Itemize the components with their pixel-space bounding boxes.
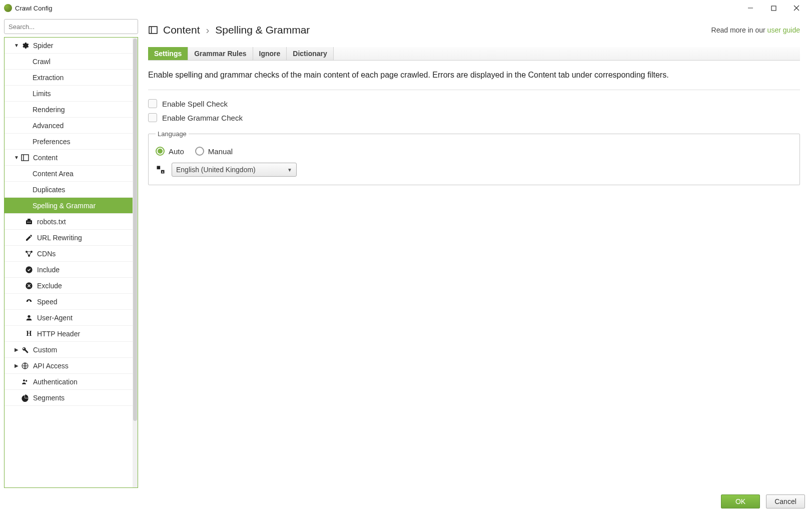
tools-icon (21, 345, 30, 354)
titlebar: Crawl Config (0, 0, 812, 16)
checkbox-icon[interactable] (148, 113, 157, 122)
gauge-icon (25, 297, 34, 306)
nav-advanced[interactable]: Advanced (5, 118, 133, 134)
svg-rect-19 (149, 27, 157, 34)
x-circle-icon (25, 281, 34, 290)
tab-dictionary[interactable]: Dictionary (287, 47, 333, 60)
nav-cdns[interactable]: CDNs (5, 246, 133, 262)
chevron-down-icon: ▼ (287, 167, 292, 173)
globe-icon (21, 361, 30, 370)
svg-point-15 (28, 315, 30, 317)
svg-rect-4 (22, 155, 29, 161)
nav-crawl[interactable]: Crawl (5, 54, 133, 70)
nav-include[interactable]: Include (5, 262, 133, 278)
lock-users-icon (21, 377, 30, 386)
enable-grammar-check-label: Enable Grammar Check (162, 114, 243, 122)
content-icon (148, 26, 158, 34)
nav-spider[interactable]: ▼ Spider (5, 38, 133, 54)
language-select-value: English (United Kingdom) (176, 166, 256, 174)
pie-icon (21, 393, 30, 402)
svg-rect-6 (26, 220, 32, 224)
language-legend: Language (156, 130, 189, 138)
caret-down-icon: ▼ (13, 155, 21, 160)
nav-tree: ▼ Spider Crawl Extraction Limits Renderi… (4, 37, 138, 488)
caret-right-icon: ▶ (13, 347, 21, 352)
nav-user-agent[interactable]: User-Agent (5, 310, 133, 326)
edit-icon (25, 233, 34, 242)
nav-spider-label: Spider (33, 42, 53, 50)
cancel-button[interactable]: Cancel (766, 494, 805, 508)
description-text: Enable spelling and grammar checks of th… (148, 71, 800, 80)
nav-duplicates[interactable]: Duplicates (5, 182, 133, 198)
footer: OK Cancel (0, 491, 812, 512)
window-title: Crawl Config (15, 5, 52, 12)
ok-button[interactable]: OK (721, 494, 760, 508)
svg-point-17 (23, 379, 25, 381)
network-icon (25, 249, 34, 258)
svg-rect-1 (771, 6, 776, 11)
tabs: Settings Grammar Rules Ignore Dictionary (148, 47, 800, 61)
enable-spell-check-row[interactable]: Enable Spell Check (148, 99, 800, 108)
nav-api-access[interactable]: ▶ API Access (5, 358, 133, 374)
language-auto-radio[interactable]: Auto (156, 147, 184, 156)
enable-grammar-check-row[interactable]: Enable Grammar Check (148, 113, 800, 122)
nav-rendering[interactable]: Rendering (5, 102, 133, 118)
nav-extraction[interactable]: Extraction (5, 70, 133, 86)
robot-icon (25, 217, 34, 226)
sidebar: ▼ Spider Crawl Extraction Limits Renderi… (4, 19, 138, 488)
nav-limits[interactable]: Limits (5, 86, 133, 102)
check-circle-icon (25, 265, 34, 274)
radio-icon[interactable] (195, 147, 204, 156)
translate-icon (156, 165, 166, 175)
svg-point-18 (26, 380, 27, 381)
nav-authentication[interactable]: ▶ Authentication (5, 374, 133, 390)
nav-robots[interactable]: robots.txt (5, 214, 133, 230)
language-fieldset: Language Auto Manual English (United Kin… (148, 130, 800, 185)
nav-spelling-grammar[interactable]: Spelling & Grammar (5, 198, 133, 214)
tab-ignore[interactable]: Ignore (253, 47, 287, 60)
nav-content[interactable]: ▼ Content (5, 150, 133, 166)
nav-content-area[interactable]: Content Area (5, 166, 133, 182)
breadcrumb-text: Content › Spelling & Grammar (163, 24, 310, 36)
nav-content-label: Content (33, 154, 58, 162)
nav-custom[interactable]: ▶ Custom (5, 342, 133, 358)
content-icon (21, 153, 30, 162)
search-input[interactable] (4, 19, 138, 34)
caret-right-icon: ▶ (13, 363, 21, 368)
nav-speed[interactable]: Speed (5, 294, 133, 310)
h-icon: H (25, 329, 34, 338)
language-select[interactable]: English (United Kingdom) ▼ (172, 163, 297, 177)
user-guide-link[interactable]: user guide (767, 26, 800, 34)
language-manual-radio[interactable]: Manual (195, 147, 233, 156)
nav-http-header[interactable]: H HTTP Header (5, 326, 133, 342)
checkbox-icon[interactable] (148, 99, 157, 108)
svg-point-9 (30, 222, 31, 223)
divider (148, 90, 800, 90)
nav-url-rewriting[interactable]: URL Rewriting (5, 230, 133, 246)
minimize-button[interactable] (739, 0, 762, 16)
enable-spell-check-label: Enable Spell Check (162, 100, 228, 108)
svg-point-13 (26, 266, 32, 273)
caret-down-icon: ▼ (13, 43, 21, 48)
help-text: Read more in our user guide (711, 26, 800, 34)
svg-rect-7 (28, 219, 31, 220)
sidebar-scrollbar[interactable] (133, 38, 138, 487)
app-icon (4, 4, 12, 12)
close-button[interactable] (785, 0, 808, 16)
gear-icon (21, 41, 30, 50)
tab-grammar-rules[interactable]: Grammar Rules (188, 47, 253, 60)
radio-icon[interactable] (156, 147, 165, 156)
breadcrumb: Content › Spelling & Grammar Read more i… (148, 24, 800, 36)
window-controls (739, 0, 808, 16)
user-icon (25, 313, 34, 322)
main-panel: Content › Spelling & Grammar Read more i… (138, 19, 812, 488)
nav-exclude[interactable]: Exclude (5, 278, 133, 294)
maximize-button[interactable] (762, 0, 785, 16)
svg-point-8 (28, 222, 29, 223)
tab-settings[interactable]: Settings (148, 47, 188, 60)
nav-preferences[interactable]: Preferences (5, 134, 133, 150)
nav-segments[interactable]: ▶ Segments (5, 390, 133, 406)
